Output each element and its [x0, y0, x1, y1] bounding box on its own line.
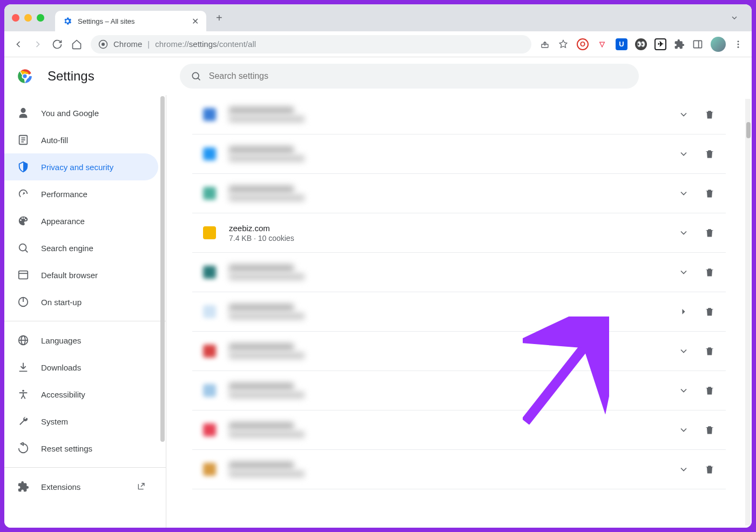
maximize-window-button[interactable] [37, 14, 44, 22]
svg-line-18 [25, 250, 28, 253]
chevron-down-icon[interactable] [678, 346, 689, 356]
delete-icon[interactable] [704, 227, 715, 238]
site-row[interactable] [192, 174, 726, 213]
sidebar-item-default-browser[interactable]: Default browser [4, 261, 158, 288]
delete-icon[interactable] [704, 267, 715, 278]
sidebar-item-you-and-google[interactable]: You and Google [4, 99, 158, 126]
chevron-down-icon[interactable] [678, 464, 689, 475]
sidebar-item-on-start-up[interactable]: On start-up [4, 288, 158, 315]
site-favicon [203, 226, 216, 239]
delete-icon[interactable] [704, 109, 715, 120]
sidebar-scrollbar[interactable] [160, 96, 165, 442]
sidebar-item-appearance[interactable]: Appearance [4, 207, 158, 234]
site-row[interactable]: zeebiz.com 7.4 KB · 10 cookies [192, 213, 726, 253]
svg-line-12 [198, 78, 200, 80]
panel-icon[interactable] [692, 39, 703, 50]
svg-rect-3 [694, 41, 702, 48]
main-scrollbar-thumb[interactable] [746, 122, 751, 138]
minimize-window-button[interactable] [24, 14, 32, 22]
search-input[interactable] [209, 71, 628, 81]
chevron-down-icon[interactable] [678, 227, 689, 238]
site-info [229, 461, 678, 477]
wrench-icon [17, 415, 29, 427]
address-prefix: Chrome [113, 39, 142, 49]
reload-button[interactable] [52, 39, 63, 50]
delete-icon[interactable] [704, 188, 715, 199]
profile-avatar[interactable] [711, 37, 726, 52]
sidebar-item-label: Appearance [41, 217, 85, 226]
sidebar-item-extensions[interactable]: Extensions [4, 473, 158, 500]
extensions-icon[interactable] [674, 39, 685, 50]
delete-icon[interactable] [704, 425, 715, 435]
close-window-button[interactable] [12, 14, 19, 22]
chevron-down-icon[interactable] [678, 109, 689, 120]
search-settings[interactable] [180, 64, 639, 89]
chevron-down-icon[interactable] [678, 385, 689, 396]
sidebar-item-label: Accessibility [41, 390, 85, 399]
sidebar-item-reset-settings[interactable]: Reset settings [4, 435, 158, 462]
site-favicon [203, 266, 216, 279]
site-favicon [203, 108, 216, 121]
shield-icon [17, 161, 29, 173]
browser-icon [17, 269, 29, 281]
home-button[interactable] [71, 39, 82, 50]
svg-point-26 [22, 390, 24, 392]
delete-icon[interactable] [704, 385, 715, 396]
extension-icon[interactable]: U [616, 38, 627, 50]
chevron-down-icon[interactable] [678, 149, 689, 159]
sidebar-item-auto-fill[interactable]: Auto-fill [4, 126, 158, 153]
site-info [229, 343, 678, 359]
sidebar-item-accessibility[interactable]: Accessibility [4, 381, 158, 408]
bookmark-icon[interactable] [558, 39, 568, 49]
globe-icon [17, 334, 29, 346]
chevron-down-icon[interactable] [730, 14, 739, 22]
site-row[interactable] [192, 134, 726, 174]
sidebar-item-languages[interactable]: Languages [4, 327, 158, 354]
chevron-down-icon[interactable] [678, 188, 689, 199]
chevron-down-icon[interactable] [678, 425, 689, 435]
sidebar-item-performance[interactable]: Performance [4, 180, 158, 207]
extension-icon[interactable]: 👀 [635, 38, 647, 50]
sidebar-item-label: Search engine [41, 244, 93, 253]
extension-icon[interactable]: ▽ [596, 38, 608, 50]
delete-icon[interactable] [704, 464, 715, 475]
address-bar[interactable]: Chrome | chrome://settings/content/all [91, 35, 531, 53]
delete-icon[interactable] [704, 346, 715, 356]
site-row[interactable] [192, 450, 726, 489]
delete-icon[interactable] [704, 306, 715, 317]
person-icon [17, 107, 29, 119]
tab-title: Settings – All sites [78, 17, 135, 25]
divider [4, 321, 166, 321]
browser-tab[interactable]: Settings – All sites ✕ [55, 11, 206, 31]
site-row[interactable] [192, 95, 726, 134]
site-row[interactable] [192, 292, 726, 332]
sidebar-item-system[interactable]: System [4, 408, 158, 435]
sidebar-item-label: Default browser [41, 271, 98, 280]
close-tab-button[interactable]: ✕ [192, 16, 199, 26]
chevron-down-icon[interactable] [678, 267, 689, 278]
extension-icon[interactable]: O [577, 38, 589, 50]
speed-icon [17, 188, 29, 200]
site-row[interactable] [192, 332, 726, 371]
power-icon [17, 296, 29, 308]
chevron-right-icon[interactable] [678, 306, 689, 317]
site-row[interactable] [192, 253, 726, 292]
delete-icon[interactable] [704, 149, 715, 159]
new-tab-button[interactable]: + [216, 12, 222, 24]
menu-icon[interactable] [733, 39, 743, 49]
site-row[interactable] [192, 410, 726, 450]
forward-button[interactable] [32, 39, 43, 50]
sidebar-item-privacy-and-security[interactable]: Privacy and security [4, 153, 158, 180]
share-icon[interactable] [540, 39, 550, 49]
extension-icon[interactable]: ✈ [654, 38, 666, 50]
svg-point-5 [738, 41, 739, 42]
sidebar-item-downloads[interactable]: Downloads [4, 354, 158, 381]
site-name [229, 422, 294, 430]
sidebar-item-search-engine[interactable]: Search engine [4, 234, 158, 261]
download-icon [17, 361, 29, 373]
back-button[interactable] [13, 39, 24, 50]
content-area: Settings You and GoogleAuto-fillPrivacy … [4, 57, 752, 528]
site-name [229, 264, 294, 272]
site-row[interactable] [192, 371, 726, 410]
puzzle-icon [17, 481, 29, 493]
